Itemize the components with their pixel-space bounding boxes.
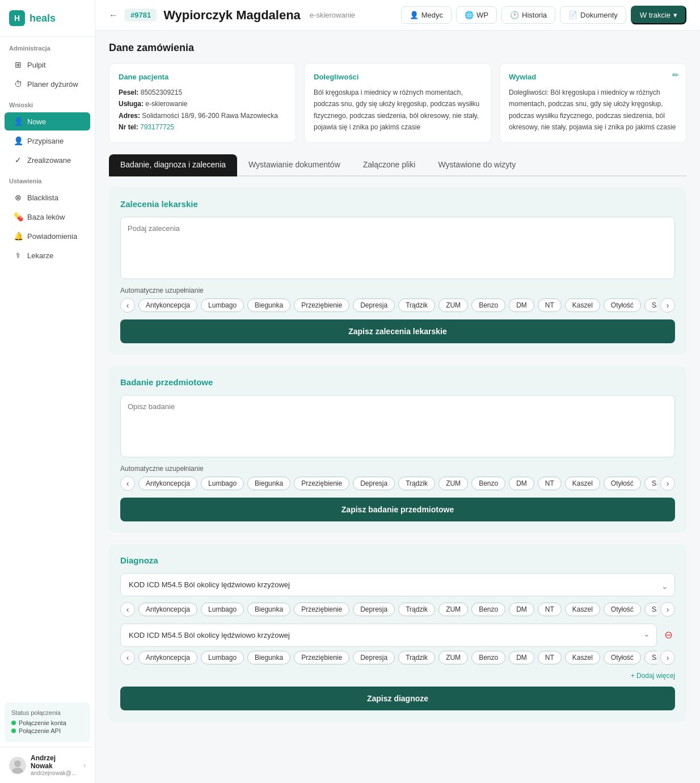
sidebar-item-lekarze[interactable]: ⚕ Lekarze: [5, 246, 90, 264]
autocomplete-tag[interactable]: Lumbago: [201, 298, 244, 312]
autocomplete-tag[interactable]: Depresja: [353, 651, 395, 664]
autocomplete-tag[interactable]: Kaszel: [565, 651, 600, 664]
phone-link[interactable]: 793177725: [140, 123, 174, 131]
autocomplete-tag[interactable]: Depresja: [353, 603, 395, 616]
autocomplete-tag[interactable]: DM: [509, 603, 534, 616]
historia-button[interactable]: 🕐 Historia: [501, 6, 555, 24]
autocomplete-tag[interactable]: Benzo: [471, 477, 505, 490]
autocomplete-tag[interactable]: Otyłość: [604, 298, 641, 312]
autocomplete-tag[interactable]: Antykoncepcja: [138, 603, 197, 616]
autocomplete-tag[interactable]: Otyłość: [604, 651, 641, 664]
autocomplete-tag[interactable]: Trądzik: [398, 298, 435, 312]
autocomplete-tag[interactable]: Trądzik: [398, 477, 435, 490]
diagnosis-select-1[interactable]: KOD ICD M54.5 Ból okolicy lędźwiowo krzy…: [120, 573, 675, 596]
autocomplete-tag[interactable]: Saxen: [644, 298, 657, 312]
autocomplete-tag[interactable]: NT: [538, 298, 562, 312]
autocomplete-tag[interactable]: Przeziębienie: [294, 477, 349, 490]
autocomplete-tag[interactable]: Depresja: [353, 477, 395, 490]
autocomplete-tag[interactable]: Antykoncepcja: [138, 298, 197, 312]
diagnoza-tags-2: AntykoncepcjaLumbagoBiegunkaPrzeziębieni…: [138, 651, 657, 664]
user-check-icon: 👤: [14, 136, 23, 145]
autocomplete-tag[interactable]: Lumbago: [201, 603, 244, 616]
autocomplete-tag[interactable]: ZUM: [438, 651, 468, 664]
autocomplete-tag[interactable]: NT: [538, 603, 562, 616]
autocomplete-tag[interactable]: Lumbago: [201, 651, 244, 664]
logo: H heals: [0, 0, 95, 37]
autocomplete-tag[interactable]: Trądzik: [398, 603, 435, 616]
autocomplete-tag[interactable]: Biegunka: [247, 477, 290, 490]
sidebar-item-powiadomienia[interactable]: 🔔 Powiadomienia: [5, 227, 90, 245]
autocomplete-tag[interactable]: Przeziębienie: [294, 298, 349, 312]
tab-badanie[interactable]: Badanie, diagnoza i zalecenia: [109, 154, 237, 176]
autocomplete-tag[interactable]: Antykoncepcja: [138, 477, 197, 490]
diagnosis-select-2[interactable]: KOD ICD M54.5 Ból okolicy lędźwiowo krzy…: [120, 624, 657, 647]
autocomplete-tag[interactable]: Przeziębienie: [294, 651, 349, 664]
user-profile[interactable]: Andrzej Nowak andrzejnowak@gmail.com ›: [0, 747, 95, 783]
badanie-autocomplete-label: Automatyczne uzupełnianie: [120, 465, 675, 473]
badanie-save-button[interactable]: Zapisz badanie przedmiotowe: [120, 498, 675, 521]
badanie-prev-button[interactable]: ‹: [120, 476, 135, 491]
autocomplete-tag[interactable]: Kaszel: [565, 603, 600, 616]
zalecenia-next-button[interactable]: ›: [660, 298, 675, 313]
autocomplete-tag[interactable]: Biegunka: [247, 298, 290, 312]
sidebar-item-planer[interactable]: ⏱ Planer dyżurów: [5, 75, 90, 93]
autocomplete-tag[interactable]: Przeziębienie: [294, 603, 349, 616]
svg-point-1: [12, 768, 23, 774]
tab-wystawione[interactable]: Wystawione do wizyty: [427, 154, 527, 176]
autocomplete-tag[interactable]: Saxen: [644, 477, 657, 490]
autocomplete-tag[interactable]: Benzo: [471, 651, 505, 664]
autocomplete-tag[interactable]: Lumbago: [201, 477, 244, 490]
sidebar-item-nowe[interactable]: 👤 Nowe: [5, 112, 90, 130]
badanie-next-button[interactable]: ›: [660, 476, 675, 491]
autocomplete-tag[interactable]: DM: [509, 651, 534, 664]
autocomplete-tag[interactable]: Saxen: [644, 651, 657, 664]
autocomplete-tag[interactable]: NT: [538, 651, 562, 664]
sidebar-item-zrealizowane[interactable]: ✓ Zrealizowane: [5, 151, 90, 169]
zalecenia-save-button[interactable]: Zapisz zalecenia lekarskie: [120, 319, 675, 343]
autocomplete-tag[interactable]: ZUM: [438, 298, 468, 312]
autocomplete-tag[interactable]: DM: [509, 477, 534, 490]
diagnoza-next-button-1[interactable]: ›: [660, 602, 675, 617]
autocomplete-tag[interactable]: Biegunka: [247, 603, 290, 616]
tab-wystawianie[interactable]: Wystawianie dokumentów: [237, 154, 352, 176]
autocomplete-tag[interactable]: ZUM: [438, 477, 468, 490]
diagnoza-next-button-2[interactable]: ›: [660, 650, 675, 665]
sidebar-item-przypisane[interactable]: 👤 Przypisane: [5, 132, 90, 150]
zalecenia-prev-button[interactable]: ‹: [120, 298, 135, 313]
badanie-textarea[interactable]: [120, 395, 675, 457]
back-button[interactable]: ←: [109, 10, 118, 20]
sidebar-item-blacklista[interactable]: ⊗ Blacklista: [5, 188, 90, 207]
status-button[interactable]: W trakcie ▾: [631, 6, 686, 24]
add-diagnosis-button[interactable]: + Dodaj więcej: [120, 672, 675, 680]
autocomplete-tag[interactable]: Kaszel: [565, 298, 600, 312]
autocomplete-tag[interactable]: Otyłość: [604, 477, 641, 490]
autocomplete-tag[interactable]: Benzo: [471, 298, 505, 312]
autocomplete-tag[interactable]: Biegunka: [247, 651, 290, 664]
wp-button[interactable]: 🌐 WP: [456, 6, 497, 24]
status-konta: Połączenie konta: [11, 719, 83, 726]
sidebar-item-pulpit[interactable]: ⊞ Pulpit: [5, 56, 90, 74]
svg-point-0: [14, 760, 21, 767]
diagnoza-save-button[interactable]: Zapisz diagnoze: [120, 687, 675, 710]
autocomplete-tag[interactable]: Otyłość: [604, 603, 641, 616]
remove-diagnosis-button[interactable]: ⊖: [661, 628, 675, 642]
dokumenty-button[interactable]: 📄 Dokumenty: [560, 6, 626, 24]
zalecenia-autocomplete-label: Automatyczne uzupełnianie: [120, 287, 675, 294]
zalecenia-textarea[interactable]: [120, 217, 675, 279]
autocomplete-tag[interactable]: ZUM: [438, 603, 468, 616]
autocomplete-tag[interactable]: Depresja: [353, 298, 395, 312]
edit-icon[interactable]: ✏: [672, 70, 679, 79]
tab-zalaczone[interactable]: Załączone pliki: [352, 154, 427, 176]
autocomplete-tag[interactable]: Trądzik: [398, 651, 435, 664]
diagnoza-prev-button-1[interactable]: ‹: [120, 602, 135, 617]
diagnoza-prev-button-2[interactable]: ‹: [120, 650, 135, 665]
patient-name: Wypiorczyk Magdalena: [163, 8, 301, 23]
autocomplete-tag[interactable]: Benzo: [471, 603, 505, 616]
medyc-button[interactable]: 👤 Medyc: [401, 6, 452, 24]
autocomplete-tag[interactable]: Antykoncepcja: [138, 651, 197, 664]
sidebar-item-baza-lekow[interactable]: 💊 Baza leków: [5, 208, 90, 226]
autocomplete-tag[interactable]: Kaszel: [565, 477, 600, 490]
autocomplete-tag[interactable]: DM: [509, 298, 534, 312]
autocomplete-tag[interactable]: NT: [538, 477, 562, 490]
autocomplete-tag[interactable]: Saxen: [644, 603, 657, 616]
